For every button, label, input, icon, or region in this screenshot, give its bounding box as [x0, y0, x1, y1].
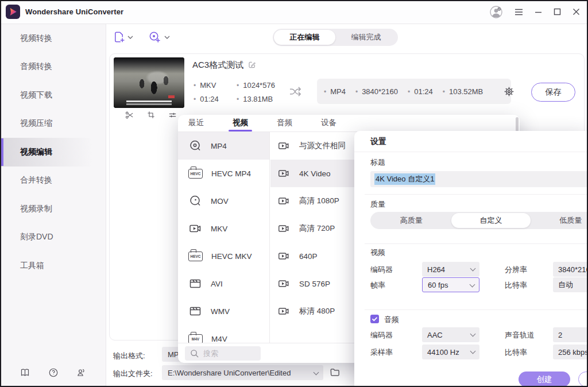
video-preset-icon	[277, 222, 290, 235]
sidebar-item-screen-record[interactable]: 视频录制	[0, 195, 106, 223]
format-item-mp4[interactable]: MP4	[178, 132, 269, 160]
preset-label: 640P	[299, 252, 318, 261]
sidebar-item-video-download[interactable]: 视频下载	[0, 81, 106, 110]
output-settings-gear-icon[interactable]	[504, 86, 514, 97]
framerate-select[interactable]: 60 fps	[422, 277, 479, 292]
add-file-button[interactable]	[113, 30, 126, 44]
app-window: Wondershare UniConverter 视频转换 音频转换 视频下载 …	[0, 0, 588, 387]
value: 3840*2160	[558, 265, 588, 274]
close-button[interactable]	[572, 8, 580, 16]
sidebar-item-video-edit[interactable]: 视频编辑	[0, 138, 106, 167]
divider	[365, 309, 588, 310]
select-value: 60 fps	[428, 281, 448, 289]
video-preset-icon	[277, 195, 290, 207]
create-button[interactable]: 创建	[519, 371, 570, 387]
menu-icon[interactable]	[514, 9, 523, 16]
format-label: WMV	[211, 307, 230, 316]
source-size: 13.81MB	[237, 95, 275, 103]
source-resolution: 1024*576	[237, 81, 275, 90]
tab-label: 设备	[321, 118, 336, 127]
maximize-button[interactable]	[554, 8, 561, 16]
sidebar-item-label: 视频转换	[20, 33, 52, 44]
video-encoder-select[interactable]: H264	[422, 262, 479, 277]
save-button[interactable]: 保存	[531, 83, 575, 102]
sidebar-item-label: 刻录DVD	[20, 232, 53, 242]
audio-bitrate-value-box[interactable]: 256 kbps	[553, 345, 588, 359]
file-title: AC3格式测试	[192, 60, 243, 71]
sidebar-item-toolbox[interactable]: 工具箱	[0, 251, 106, 280]
value: 自动	[558, 280, 573, 290]
video-section-title: 视频	[370, 247, 385, 258]
format-item-hevc-mp4[interactable]: HEVC HEVC MP4	[178, 160, 269, 187]
tab-label: 正在编辑	[290, 32, 320, 42]
select-value: H264	[427, 265, 445, 274]
format-item-avi[interactable]: AVI	[178, 270, 269, 297]
format-item-m4v[interactable]: M4V M4V	[178, 325, 269, 343]
video-bitrate-label: 比特率	[505, 280, 527, 291]
framerate-label: 帧率	[370, 280, 385, 291]
samplerate-select[interactable]: 44100 Hz	[422, 345, 479, 359]
audio-encoder-select[interactable]: AAC	[422, 327, 479, 342]
tab-audio[interactable]: 音频	[271, 115, 298, 131]
tab-editing[interactable]: 正在编辑	[274, 30, 335, 45]
divider	[365, 194, 588, 195]
tab-label: 编辑完成	[351, 32, 381, 42]
add-file-chevron-down-icon[interactable]	[127, 36, 133, 40]
secondary-button[interactable]	[578, 371, 588, 387]
sidebar-item-label: 视频压缩	[20, 118, 52, 129]
format-item-mov[interactable]: MOV	[178, 187, 269, 215]
rename-edit-icon[interactable]	[247, 60, 257, 69]
help-icon[interactable]	[48, 367, 59, 378]
select-value: AAC	[427, 331, 443, 339]
audio-channel-value-box[interactable]: 2	[553, 327, 588, 342]
community-icon[interactable]	[76, 367, 87, 378]
value: 2	[558, 331, 562, 339]
resolution-value-box[interactable]: 3840*2160	[553, 262, 588, 277]
chevron-down-icon	[314, 370, 319, 376]
add-disc-chevron-down-icon[interactable]	[164, 36, 170, 40]
output-folder-select[interactable]: E:\Wondershare UniConverter\Edited	[162, 365, 323, 380]
tab-recent[interactable]: 最近	[183, 115, 210, 131]
quality-option-high[interactable]: 高质量	[372, 213, 451, 228]
sidebar-item-audio-convert[interactable]: 音频转换	[0, 53, 106, 82]
sidebar-item-video-convert[interactable]: 视频转换	[0, 24, 106, 53]
preset-label: SD 576P	[299, 280, 330, 288]
format-item-mkv[interactable]: MKV	[178, 215, 269, 242]
crop-icon[interactable]	[146, 110, 156, 120]
format-item-wmv[interactable]: WMV	[178, 297, 269, 325]
chevron-down-icon	[470, 331, 476, 337]
quality-option-low[interactable]: 低质量	[531, 213, 588, 228]
open-folder-icon[interactable]	[329, 367, 341, 378]
source-file-info: MKV 1024*576 01:24 13.81MB	[194, 81, 275, 103]
selected-text: 4K Video 自定义1	[374, 173, 435, 185]
audio-section-title: 音频	[384, 315, 399, 325]
video-encoder-label: 编码器	[370, 265, 393, 275]
format-item-hevc-mkv[interactable]: HEVC HEVC MKV	[178, 242, 269, 270]
source-format: MKV	[194, 81, 237, 90]
trim-scissors-icon[interactable]	[125, 110, 134, 120]
tab-video[interactable]: 视频	[227, 115, 254, 131]
guide-book-icon[interactable]	[20, 367, 30, 378]
preset-name-input[interactable]: 4K Video 自定义1	[370, 171, 588, 187]
account-avatar-icon[interactable]	[489, 5, 503, 19]
hevc-badge-icon: HEVC	[188, 169, 203, 179]
video-bitrate-value-box[interactable]: 自动	[553, 277, 588, 292]
sidebar-item-burn-dvd[interactable]: 刻录DVD	[0, 223, 106, 252]
quality-option-custom[interactable]: 自定义	[451, 213, 531, 228]
add-disc-button[interactable]	[148, 30, 161, 44]
minimize-button[interactable]	[535, 9, 542, 16]
tab-edit-finished[interactable]: 编辑完成	[335, 30, 397, 45]
video-thumbnail[interactable]	[114, 57, 184, 108]
settings-panel: 设置 标题 4K Video 自定义1 质量 高质量 自定义 低质量 视频 编码…	[354, 131, 588, 387]
tab-label: 视频	[233, 118, 248, 127]
sidebar-item-merge-convert[interactable]: 合并转换	[0, 167, 106, 195]
film-clapper-icon	[188, 304, 202, 318]
preset-label: 与源文件相同	[299, 141, 346, 151]
sidebar-item-label: 视频编辑	[20, 147, 52, 157]
select-value: 44100 Hz	[427, 348, 459, 357]
tab-device[interactable]: 设备	[315, 115, 342, 131]
effects-sliders-icon[interactable]	[168, 110, 177, 120]
output-folder-value: E:\Wondershare UniConverter\Edited	[168, 369, 291, 377]
sidebar-item-video-compress[interactable]: 视频压缩	[0, 110, 106, 138]
audio-enabled-checkbox[interactable]	[370, 315, 379, 323]
